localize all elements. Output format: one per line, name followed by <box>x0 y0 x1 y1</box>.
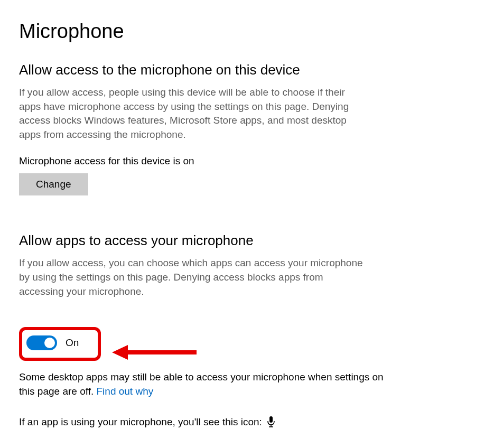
microphone-icon <box>267 416 275 428</box>
desktop-apps-footnote: Some desktop apps may still be able to a… <box>19 370 389 398</box>
svg-marker-1 <box>112 345 128 360</box>
annotation-arrow-icon <box>112 343 197 362</box>
annotation-highlight-box: On <box>19 327 101 361</box>
toggle-label: On <box>66 337 79 349</box>
app-access-toggle[interactable] <box>26 335 57 350</box>
page-title: Microphone <box>19 20 484 43</box>
app-access-description: If you allow access, you can choose whic… <box>19 256 368 298</box>
section-heading-device-access: Allow access to the microphone on this d… <box>19 62 484 78</box>
mic-in-use-line: If an app is using your microphone, you'… <box>19 416 484 428</box>
svg-rect-2 <box>269 416 273 423</box>
app-access-toggle-row: On <box>26 335 79 350</box>
change-button[interactable]: Change <box>19 173 88 195</box>
toggle-knob <box>44 338 55 348</box>
device-access-description: If you allow access, people using this d… <box>19 86 368 142</box>
find-out-why-link[interactable]: Find out why <box>96 386 153 397</box>
section-heading-app-access: Allow apps to access your microphone <box>19 232 484 249</box>
device-access-status: Microphone access for this device is on <box>19 155 484 167</box>
footnote-text: Some desktop apps may still be able to a… <box>19 371 384 397</box>
mic-in-use-text: If an app is using your microphone, you'… <box>19 416 262 428</box>
